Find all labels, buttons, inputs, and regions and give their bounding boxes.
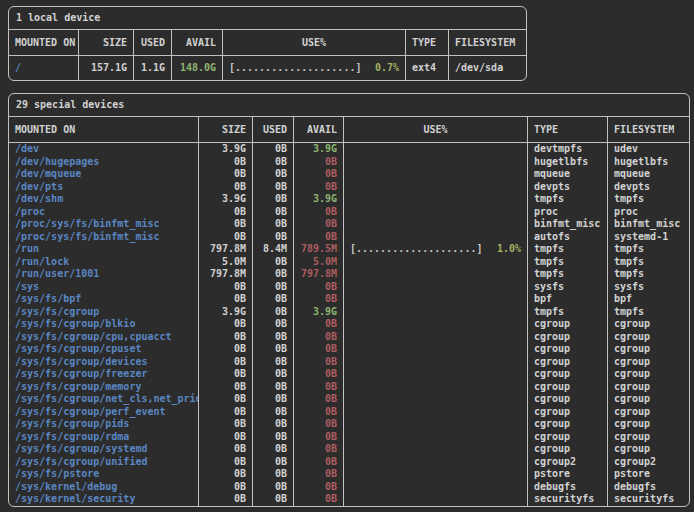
type-cell: proc — [528, 206, 608, 219]
column-header-used: USED — [134, 30, 172, 55]
type-cell: pstore — [528, 468, 608, 481]
mount-point-cell: /sys/kernel/debug — [9, 481, 199, 494]
avail-cell: 0B — [294, 318, 344, 331]
use-percent-cell: [....................] 0.7% — [223, 56, 406, 80]
special-devices-header: MOUNTED ON SIZE USED AVAIL USE% TYPE FIL… — [9, 117, 689, 143]
use-percent-cell — [344, 156, 528, 169]
avail-cell: 789.5M — [294, 243, 344, 256]
table-row: /sys/fs/cgroup/perf_event 0B 0B 0B cgrou… — [9, 406, 689, 419]
avail-cell: 0B — [294, 493, 344, 506]
table-row: /sys/fs/cgroup/rdma 0B 0B 0B cgroup cgro… — [9, 431, 689, 444]
size-cell: 0B — [199, 481, 253, 494]
filesystem-cell: hugetlbfs — [608, 156, 687, 169]
table-row: /run/lock 5.0M 0B 5.0M tmpfs tmpfs — [9, 256, 689, 269]
used-cell: 8.4M — [253, 243, 294, 256]
type-cell: mqueue — [528, 168, 608, 181]
avail-cell: 0B — [294, 431, 344, 444]
usage-percent: 1.0% — [497, 243, 521, 256]
avail-cell: 0B — [294, 481, 344, 494]
type-cell: tmpfs — [528, 268, 608, 281]
used-cell: 0B — [253, 406, 294, 419]
size-cell: 3.9G — [199, 306, 253, 319]
size-cell: 0B — [199, 231, 253, 244]
filesystem-cell: cgroup — [608, 331, 687, 344]
filesystem-cell: securityfs — [608, 493, 687, 506]
use-percent-cell — [344, 343, 528, 356]
column-header-filesystem: FILESYSTEM — [449, 30, 524, 55]
size-cell: 0B — [199, 431, 253, 444]
special-devices-table: 29 special devices MOUNTED ON SIZE USED … — [8, 93, 690, 507]
filesystem-cell: debugfs — [608, 481, 687, 494]
type-cell: cgroup — [528, 368, 608, 381]
avail-cell: 0B — [294, 293, 344, 306]
column-header-mounted-on: MOUNTED ON — [9, 30, 79, 55]
table-row: /dev/mqueue 0B 0B 0B mqueue mqueue — [9, 168, 689, 181]
avail-cell: 0B — [294, 393, 344, 406]
filesystem-cell: cgroup — [608, 318, 687, 331]
type-cell: cgroup — [528, 443, 608, 456]
column-header-size: SIZE — [199, 117, 253, 142]
avail-cell: 0B — [294, 231, 344, 244]
size-cell: 5.0M — [199, 256, 253, 269]
size-cell: 0B — [199, 206, 253, 219]
filesystem-cell: cgroup — [608, 431, 687, 444]
mount-point-cell: /sys/fs/bpf — [9, 293, 199, 306]
use-percent-cell — [344, 256, 528, 269]
used-cell: 0B — [253, 181, 294, 194]
size-cell: 0B — [199, 468, 253, 481]
size-cell: 0B — [199, 181, 253, 194]
table-row: /dev 3.9G 0B 3.9G devtmpfs udev — [9, 143, 689, 156]
used-cell: 0B — [253, 493, 294, 506]
type-cell: tmpfs — [528, 256, 608, 269]
size-cell: 3.9G — [199, 143, 253, 156]
used-cell: 0B — [253, 293, 294, 306]
avail-cell: 797.8M — [294, 268, 344, 281]
type-cell: debugfs — [528, 481, 608, 494]
avail-cell: 5.0M — [294, 256, 344, 269]
type-cell: hugetlbfs — [528, 156, 608, 169]
used-cell: 0B — [253, 368, 294, 381]
filesystem-cell: cgroup — [608, 393, 687, 406]
used-cell: 0B — [253, 268, 294, 281]
type-cell: ext4 — [406, 56, 449, 80]
use-percent-cell — [344, 193, 528, 206]
size-cell: 0B — [199, 318, 253, 331]
avail-cell: 3.9G — [294, 306, 344, 319]
used-cell: 0B — [253, 468, 294, 481]
table-row: / 157.1G 1.1G 148.0G [..................… — [9, 56, 526, 80]
type-cell: tmpfs — [528, 193, 608, 206]
use-percent-cell — [344, 493, 528, 506]
type-cell: securityfs — [528, 493, 608, 506]
use-percent-cell — [344, 356, 528, 369]
special-devices-title: 29 special devices — [9, 94, 689, 117]
column-header-use-percent: USE% — [344, 117, 528, 142]
use-percent-cell — [344, 381, 528, 394]
table-row: /sys/fs/cgroup/pids 0B 0B 0B cgroup cgro… — [9, 418, 689, 431]
use-percent-cell — [344, 218, 528, 231]
column-header-mounted-on: MOUNTED ON — [9, 117, 199, 142]
filesystem-cell: proc — [608, 206, 687, 219]
mount-point-cell: /sys/fs/cgroup/cpu,cpuacct — [9, 331, 199, 344]
use-percent-cell — [344, 231, 528, 244]
avail-cell: 0B — [294, 218, 344, 231]
table-row: /sys/fs/cgroup/memory 0B 0B 0B cgroup cg… — [9, 381, 689, 394]
used-cell: 0B — [253, 456, 294, 469]
type-cell: cgroup — [528, 393, 608, 406]
table-row: /proc/sys/fs/binfmt_misc 0B 0B 0B binfmt… — [9, 218, 689, 231]
mount-point-cell: /sys/fs/cgroup/net_cls,net_prio — [9, 393, 199, 406]
type-cell: cgroup — [528, 343, 608, 356]
type-cell: autofs — [528, 231, 608, 244]
filesystem-cell: udev — [608, 143, 687, 156]
avail-cell: 0B — [294, 206, 344, 219]
column-header-size: SIZE — [79, 30, 134, 55]
filesystem-cell: tmpfs — [608, 306, 687, 319]
avail-cell: 0B — [294, 468, 344, 481]
size-cell: 797.8M — [199, 268, 253, 281]
avail-cell: 0B — [294, 356, 344, 369]
table-row: /sys 0B 0B 0B sysfs sysfs — [9, 281, 689, 294]
used-cell: 0B — [253, 343, 294, 356]
avail-cell: 0B — [294, 156, 344, 169]
size-cell: 0B — [199, 168, 253, 181]
filesystem-cell: tmpfs — [608, 193, 687, 206]
mount-point-cell: /run/user/1001 — [9, 268, 199, 281]
